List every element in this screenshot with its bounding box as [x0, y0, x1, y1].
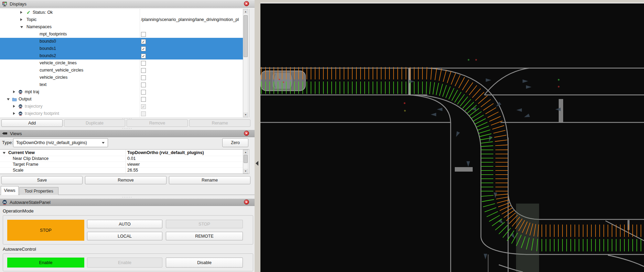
- property-label: Current View: [8, 150, 35, 156]
- expand-right-icon[interactable]: [13, 105, 15, 108]
- row-checkbox[interactable]: [141, 61, 146, 66]
- autoware-control-label: AutowareControl: [3, 247, 36, 252]
- operation-mode-stop-button: STOP: [166, 220, 243, 228]
- tree-row-bounds0[interactable]: bounds0✓: [0, 38, 243, 45]
- autoware-control-disable-button[interactable]: Disable: [166, 258, 243, 268]
- view-type-dropdown[interactable]: TopDownOrtho (rviz_default_plugins): [13, 138, 108, 147]
- displays-close-icon[interactable]: ✕: [244, 1, 249, 6]
- view-property-row[interactable]: Near Clip Distance0.01: [0, 156, 243, 162]
- property-label: Target Frame: [13, 162, 38, 167]
- row-checkbox[interactable]: ✓: [141, 104, 146, 109]
- row-checkbox[interactable]: [141, 83, 146, 87]
- autoware-close-icon[interactable]: ✕: [244, 199, 249, 205]
- operation-mode-auto-button[interactable]: AUTO: [87, 220, 162, 228]
- panel-column: Displays ✕ ✓Status: OkTopic/planning/sce…: [0, 0, 255, 272]
- displays-panel-title: Displays: [10, 1, 26, 7]
- row-checkbox[interactable]: [141, 97, 146, 102]
- autoware-control-group: Enable EnableDisable: [3, 253, 253, 271]
- tree-row-label: trajectory footprint: [25, 110, 59, 117]
- tree-row-vehicle-circles[interactable]: vehicle_circles: [0, 74, 243, 81]
- zero-button[interactable]: Zero: [222, 138, 248, 147]
- views-panel-header[interactable]: Views ✕: [0, 130, 255, 137]
- expand-right-icon[interactable]: [20, 18, 22, 21]
- tab-views[interactable]: Views: [1, 186, 19, 195]
- displays-scrollbar[interactable]: ▲ ▼: [243, 9, 248, 117]
- view-property-row[interactable]: Scale26.55: [0, 167, 243, 174]
- scroll-down-icon[interactable]: ▼: [243, 112, 248, 117]
- dock-splitter[interactable]: [255, 0, 260, 272]
- tree-row-vehicle-circle-lines[interactable]: vehicle_circle_lines: [0, 59, 243, 67]
- tree-row-label: text: [40, 81, 46, 88]
- views-scrollbar[interactable]: ▲ ▼: [243, 150, 248, 174]
- row-checkbox[interactable]: [141, 111, 146, 116]
- tree-row-status-ok[interactable]: ✓Status: Ok: [0, 9, 243, 16]
- row-checkbox[interactable]: ✓: [141, 54, 146, 58]
- tree-row-label: trajectory: [25, 103, 42, 110]
- view-property-row[interactable]: Current ViewTopDownOrtho (rviz_default_p…: [0, 150, 243, 156]
- scroll-up-icon[interactable]: ▲: [243, 150, 248, 154]
- expand-down-icon[interactable]: [20, 26, 23, 28]
- row-checkbox[interactable]: [141, 90, 146, 95]
- tree-row-label: bounds1: [40, 45, 56, 52]
- tree-row-namespaces[interactable]: Namespaces: [0, 23, 243, 31]
- viewport-background: [260, 3, 644, 272]
- collapse-left-icon[interactable]: [256, 161, 258, 166]
- tree-row-current-vehicle-circles[interactable]: current_vehicle_circles: [0, 67, 243, 74]
- row-checkbox[interactable]: ✓: [141, 46, 146, 51]
- views-save-button[interactable]: Save: [1, 176, 83, 184]
- expand-right-icon[interactable]: [13, 112, 15, 115]
- row-checkbox[interactable]: [141, 75, 146, 80]
- autoware-logo-icon: [2, 200, 7, 205]
- tree-row-label: Topic: [26, 16, 36, 23]
- tree-row-bounds1[interactable]: bounds1✓: [0, 45, 243, 52]
- displays-tree[interactable]: ✓Status: OkTopic/planning/scenario_plann…: [0, 9, 249, 117]
- tree-row-bounds2[interactable]: bounds2✓: [0, 52, 243, 59]
- views-remove-button[interactable]: Remove: [85, 176, 167, 184]
- tree-row-mpt-footprints[interactable]: mpt_footprints: [0, 31, 243, 38]
- row-checkbox[interactable]: [141, 32, 146, 37]
- tree-row-label: Namespaces: [26, 23, 52, 31]
- operation-mode-remote-button[interactable]: REMOTE: [166, 232, 243, 240]
- tree-row-trajectory-footprint[interactable]: trajectory footprint: [0, 110, 243, 117]
- row-checkbox[interactable]: [141, 68, 146, 73]
- expand-right-icon[interactable]: [13, 90, 15, 93]
- tree-row-label: bounds2: [40, 52, 56, 59]
- operation-mode-group: STOP AUTOSTOPLOCALREMOTE: [3, 215, 253, 244]
- views-rename-button[interactable]: Rename: [169, 176, 250, 184]
- tree-row-mpt-traj[interactable]: mpt traj: [0, 88, 243, 96]
- property-value: viewer: [127, 162, 140, 167]
- row-checkbox[interactable]: ✓: [141, 39, 146, 44]
- operation-mode-local-button[interactable]: LOCAL: [87, 232, 162, 240]
- splitter-dots[interactable]: ······: [0, 118, 255, 119]
- scroll-up-icon[interactable]: ▲: [243, 9, 248, 14]
- displays-add-button[interactable]: Add: [1, 119, 63, 127]
- tree-row-label: vehicle_circles: [40, 74, 67, 81]
- expand-right-icon[interactable]: [20, 11, 22, 14]
- expand-down-icon[interactable]: [3, 152, 6, 154]
- scrollbar-thumb[interactable]: [244, 155, 248, 163]
- scrollbar-thumb[interactable]: [244, 15, 248, 57]
- render-viewport[interactable]: [260, 3, 644, 272]
- displays-panel-header[interactable]: Displays ✕: [0, 0, 255, 8]
- tree-row-topic[interactable]: Topic/planning/scenario_planning/lane_dr…: [0, 16, 243, 23]
- tree-row-label: Status: Ok: [33, 9, 53, 16]
- autoware-panel-header[interactable]: AutowareStatePanel ✕: [0, 198, 255, 206]
- tree-row-trajectory[interactable]: trajectory✓: [0, 103, 243, 110]
- splitter-dots[interactable]: ······: [0, 196, 255, 198]
- tab-tool-properties[interactable]: Tool Properties: [19, 187, 58, 195]
- views-property-tree[interactable]: Current ViewTopDownOrtho (rviz_default_p…: [0, 149, 249, 174]
- property-label: Scale: [13, 167, 23, 173]
- splitter-dots[interactable]: ······: [0, 128, 255, 129]
- views-close-icon[interactable]: ✕: [244, 131, 249, 136]
- view-type-value: TopDownOrtho (rviz_default_plugins): [16, 140, 87, 145]
- scroll-down-icon[interactable]: ▼: [243, 169, 248, 173]
- operation-mode-label: OperationMode: [3, 208, 34, 214]
- view-property-row[interactable]: Target Frameviewer: [0, 162, 243, 168]
- type-label: Type:: [2, 140, 13, 145]
- displays-rename-button: Rename: [189, 119, 250, 127]
- autoware-control-status-badge: Enable: [7, 258, 84, 268]
- property-value: TopDownOrtho (rviz_default_plugins): [127, 150, 204, 156]
- tree-row-text[interactable]: text: [0, 81, 243, 88]
- tree-row-output[interactable]: Output: [0, 96, 243, 103]
- expand-down-icon[interactable]: [7, 98, 10, 100]
